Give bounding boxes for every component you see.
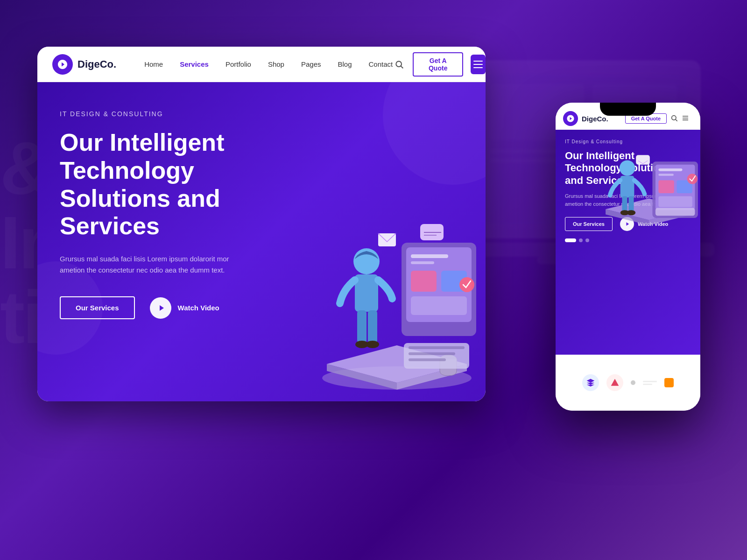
- desktop-navbar: DigeCo. Home Services Portfolio Shop Pag…: [37, 47, 486, 82]
- hero-description: Grursus mal suada faci lisis Lorem ipsum…: [60, 253, 256, 276]
- svg-rect-50: [658, 196, 692, 207]
- svg-rect-46: [658, 168, 682, 171]
- search-icon[interactable]: [393, 56, 405, 73]
- svg-point-53: [687, 174, 698, 184]
- nav-services[interactable]: Services: [180, 60, 209, 68]
- nav-pages[interactable]: Pages: [301, 60, 321, 68]
- svg-rect-51: [655, 208, 695, 216]
- mobile-service-icon-1: [582, 374, 599, 391]
- desktop-hero-illustration: [299, 177, 486, 401]
- mobile-logo-icon: [563, 111, 578, 126]
- slide-dots: [565, 238, 691, 242]
- dot-2: [579, 238, 583, 242]
- svg-rect-48: [658, 180, 674, 193]
- svg-point-17: [366, 341, 379, 348]
- watch-video-label: Watch Video: [178, 304, 219, 312]
- hamburger-menu-button[interactable]: [471, 55, 485, 74]
- nav-shop[interactable]: Shop: [268, 60, 284, 68]
- svg-rect-26: [378, 233, 396, 246]
- svg-rect-40: [622, 196, 627, 212]
- dot-3: [585, 238, 589, 242]
- hamburger-line-3: [473, 67, 483, 68]
- desktop-browser-card: DigeCo. Home Services Portfolio Shop Pag…: [37, 47, 486, 401]
- svg-point-27: [459, 277, 474, 292]
- svg-rect-47: [658, 174, 674, 176]
- svg-line-9: [401, 66, 403, 68]
- svg-point-33: [672, 115, 676, 119]
- mobile-hero-illustration: [588, 130, 700, 232]
- mobile-inner-content: DigeCo. Get A Quote: [556, 103, 700, 411]
- nav-home[interactable]: Home: [144, 60, 163, 68]
- nav-blog[interactable]: Blog: [338, 60, 352, 68]
- mobile-notch: [600, 103, 656, 116]
- mobile-menu-button[interactable]: [682, 114, 689, 123]
- logo-text: DigeCo.: [78, 58, 116, 70]
- play-icon: [150, 297, 171, 319]
- mobile-logo-text: DigeCo.: [582, 115, 625, 123]
- get-quote-button[interactable]: Get A Quote: [413, 52, 463, 77]
- hamburger-line-1: [473, 61, 483, 62]
- svg-marker-10: [160, 305, 164, 311]
- mobile-search-button[interactable]: [670, 114, 678, 123]
- dot-1: [565, 238, 576, 242]
- mobile-dot-indicator: [631, 380, 635, 385]
- svg-rect-22: [411, 271, 437, 292]
- svg-marker-55: [611, 379, 619, 386]
- svg-rect-30: [409, 346, 465, 349]
- svg-point-43: [627, 210, 636, 215]
- logo-icon: [52, 54, 73, 75]
- svg-rect-20: [411, 254, 448, 258]
- mobile-bottom-lines: [643, 381, 657, 385]
- svg-rect-52: [636, 155, 650, 164]
- nav-links: Home Services Portfolio Shop Pages Blog …: [144, 60, 393, 68]
- nav-contact[interactable]: Contact: [369, 60, 393, 68]
- hero-title: Our Intelligent Technology Solutions and…: [60, 129, 303, 240]
- mobile-hero-section: IT Design & Consulting Our Intelligent T…: [556, 130, 700, 355]
- hamburger-line-2: [473, 64, 483, 65]
- nav-portfolio[interactable]: Portfolio: [226, 60, 251, 68]
- svg-point-38: [620, 160, 635, 175]
- svg-rect-24: [411, 296, 467, 315]
- svg-rect-14: [357, 310, 366, 343]
- svg-point-8: [396, 61, 402, 67]
- mobile-orange-icon: [664, 378, 674, 387]
- svg-line-34: [676, 119, 677, 121]
- svg-rect-39: [620, 176, 634, 197]
- svg-rect-15: [368, 310, 377, 343]
- hero-section: IT Design & Consulting Our Intelligent T…: [37, 82, 486, 401]
- decorative-circle-1: [383, 82, 486, 185]
- svg-rect-41: [628, 196, 634, 212]
- watch-video-button[interactable]: Watch Video: [150, 297, 219, 319]
- mobile-bottom-section: [556, 355, 700, 411]
- mobile-service-icon-2: [606, 374, 623, 391]
- svg-rect-21: [411, 261, 434, 264]
- svg-rect-32: [409, 358, 446, 361]
- svg-rect-31: [409, 352, 455, 355]
- nav-right-actions: Get A Quote: [393, 52, 485, 77]
- mobile-device-card: DigeCo. Get A Quote: [556, 103, 700, 411]
